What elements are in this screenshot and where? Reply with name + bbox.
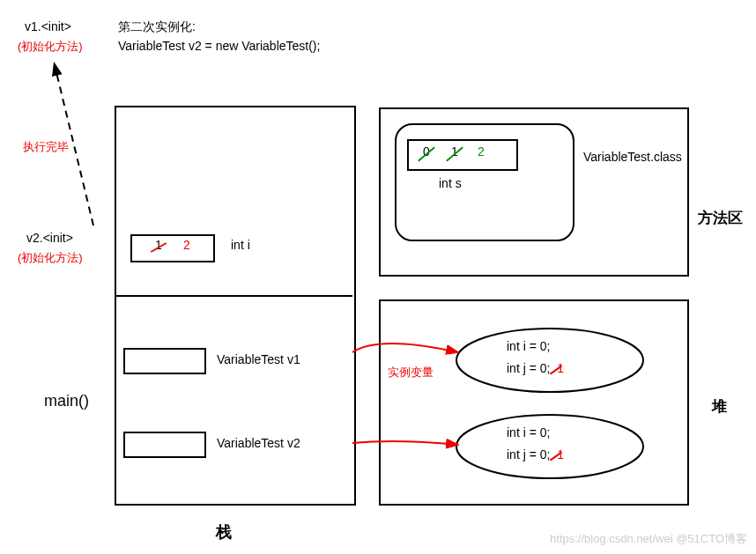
instance-var-label: 实例变量 bbox=[388, 365, 434, 380]
ref-arrows bbox=[0, 0, 756, 554]
diagram-canvas: v1.<init> (初始化方法) 第二次实例化: VariableTest v… bbox=[0, 0, 756, 554]
watermark: https://blog.csdn.net/wei @51CTO博客 bbox=[550, 531, 747, 547]
